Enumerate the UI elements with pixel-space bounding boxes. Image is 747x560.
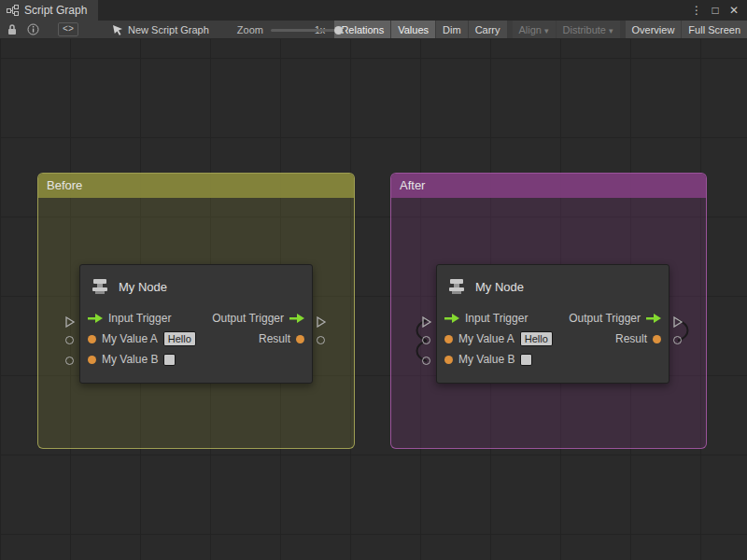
- graph-result-port-icon[interactable]: [317, 336, 325, 344]
- distribute-dropdown: Distribute▾: [557, 21, 620, 39]
- graph-canvas[interactable]: Before After: [0, 39, 747, 560]
- fullscreen-button[interactable]: Full Screen: [682, 21, 747, 39]
- value-a-port-icon[interactable]: [88, 335, 96, 343]
- info-icon[interactable]: [27, 23, 39, 35]
- script-graph-window: Script Graph ⋮ □ ✕ <>: [0, 0, 747, 560]
- result-port-icon[interactable]: [653, 335, 661, 343]
- window-controls: ⋮ □ ✕: [689, 4, 747, 17]
- zoom-slider[interactable]: [271, 23, 309, 36]
- input-trigger-label: Input Trigger: [465, 312, 528, 325]
- value-b-port-icon[interactable]: [88, 356, 96, 364]
- graph-input-trigger-port-icon[interactable]: [64, 315, 76, 331]
- graph-result-port-icon[interactable]: [673, 336, 682, 344]
- input-trigger-label: Input Trigger: [108, 312, 171, 325]
- flow-input-port-icon[interactable]: [444, 314, 459, 323]
- maximize-icon[interactable]: □: [708, 4, 723, 17]
- tab-title: Script Graph: [24, 4, 87, 17]
- node-header[interactable]: My Node: [80, 265, 312, 308]
- node-title: My Node: [119, 280, 167, 294]
- group-after-title: After: [400, 178, 425, 192]
- graph-output-trigger-port-icon[interactable]: [672, 315, 684, 331]
- result-label: Result: [259, 332, 290, 345]
- node-header[interactable]: My Node: [437, 265, 669, 308]
- node-my-node-before[interactable]: My Node Input Trigger Output Trigger: [79, 264, 313, 384]
- node-icon: [446, 276, 467, 297]
- value-a-port-icon[interactable]: [444, 335, 453, 343]
- flow-input-port-icon[interactable]: [88, 314, 103, 323]
- dim-button[interactable]: Dim: [436, 21, 468, 39]
- tab-script-graph[interactable]: Script Graph: [0, 0, 98, 21]
- trigger-row: Input Trigger Output Trigger: [437, 308, 669, 329]
- graph-input-trigger-port-icon[interactable]: [421, 315, 432, 331]
- node-icon: [90, 276, 110, 297]
- lock-icon[interactable]: [7, 23, 18, 35]
- flow-output-port-icon[interactable]: [289, 314, 304, 323]
- result-label: Result: [615, 332, 647, 345]
- tab-bar: Script Graph ⋮ □ ✕: [0, 0, 747, 21]
- node-my-node-after[interactable]: My Node Input Trigger Output Trigger: [436, 264, 669, 384]
- overview-button[interactable]: Overview: [626, 21, 682, 39]
- output-trigger-label: Output Trigger: [569, 312, 641, 325]
- graph-output-trigger-port-icon[interactable]: [316, 315, 327, 331]
- graph-value-b-port-icon[interactable]: [422, 357, 430, 365]
- value-a-row: My Value A Hello Result: [80, 329, 312, 349]
- flow-output-port-icon[interactable]: [646, 314, 661, 323]
- graph-value-a-port-icon[interactable]: [65, 336, 74, 344]
- graph-value-a-port-icon[interactable]: [422, 336, 430, 344]
- group-before-title: Before: [47, 178, 82, 192]
- trigger-row: Input Trigger Output Trigger: [80, 308, 312, 329]
- value-a-field[interactable]: Hello: [520, 331, 553, 346]
- value-a-field[interactable]: Hello: [163, 331, 196, 346]
- zoom-label: Zoom: [237, 24, 263, 35]
- graph-value-b-port-icon[interactable]: [65, 357, 74, 365]
- output-trigger-label: Output Trigger: [212, 312, 284, 325]
- zoom-slider-knob[interactable]: [334, 26, 343, 35]
- code-view-icon[interactable]: <>: [58, 22, 78, 36]
- graph-icon: [7, 5, 19, 16]
- graph-asset-icon: [112, 24, 123, 35]
- value-b-row: My Value B: [437, 349, 669, 370]
- toolbar-buttons: Relations Values Dim Carry Align▾ Distri…: [334, 21, 747, 39]
- value-b-field[interactable]: [520, 354, 532, 366]
- group-after-header[interactable]: After: [391, 174, 706, 198]
- values-button[interactable]: Values: [391, 21, 435, 39]
- value-a-label: My Value A: [458, 332, 514, 345]
- kebab-menu-icon[interactable]: ⋮: [689, 4, 704, 17]
- value-b-label: My Value B: [102, 353, 158, 366]
- align-dropdown: Align▾: [513, 21, 556, 39]
- value-a-label: My Value A: [102, 332, 158, 345]
- graph-toolbar: <> New Script Graph Zoom 1x Relations Va…: [0, 21, 747, 39]
- group-before-header[interactable]: Before: [38, 174, 354, 198]
- chevron-down-icon: ▾: [544, 26, 549, 35]
- value-b-row: My Value B: [80, 349, 312, 370]
- value-b-field[interactable]: [163, 354, 176, 366]
- node-title: My Node: [475, 280, 524, 294]
- value-b-port-icon[interactable]: [444, 356, 453, 364]
- graph-name-label[interactable]: New Script Graph: [128, 24, 209, 35]
- carry-button[interactable]: Carry: [469, 21, 507, 39]
- chevron-down-icon: ▾: [609, 26, 613, 35]
- value-a-row: My Value A Hello Result: [437, 329, 669, 349]
- value-b-label: My Value B: [458, 353, 514, 366]
- close-icon[interactable]: ✕: [726, 4, 741, 17]
- result-port-icon[interactable]: [296, 335, 304, 343]
